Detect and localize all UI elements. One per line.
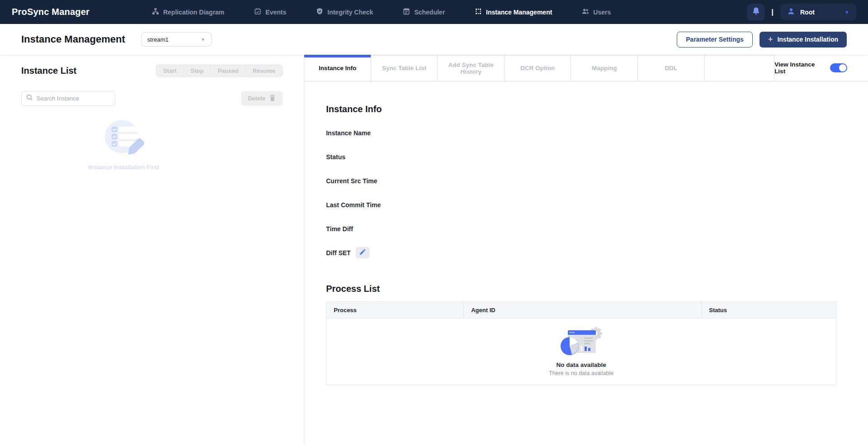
search-instance-field xyxy=(21,91,115,106)
nav-item-replication-diagram[interactable]: Replication Diagram xyxy=(152,8,224,16)
chevron-down-icon: ▼ xyxy=(844,10,849,15)
column-header-status: Status xyxy=(701,302,836,318)
instance-list-title: Instance List xyxy=(21,66,76,76)
column-header-agent-id: Agent ID xyxy=(463,302,701,318)
grid-icon xyxy=(475,8,482,16)
field-time-diff: Time Diff xyxy=(326,223,846,234)
search-icon xyxy=(26,94,33,103)
nav-item-users[interactable]: Users xyxy=(582,8,611,16)
view-instance-list-control: View Instance List xyxy=(774,55,868,81)
tab-mapping[interactable]: Mapping xyxy=(571,55,638,81)
nav-item-label: Integrity Check xyxy=(327,9,373,16)
field-label: Instance Name xyxy=(326,129,371,137)
process-list-table: Process Agent ID Status xyxy=(326,301,836,385)
field-diff-set: Diff SET xyxy=(326,247,846,258)
checklist-pencil-illustration xyxy=(94,153,154,161)
users-icon xyxy=(582,8,589,16)
nav-item-label: Replication Diagram xyxy=(163,9,224,16)
field-status: Status xyxy=(326,151,846,162)
user-name: Root xyxy=(800,9,840,16)
column-header-process: Process xyxy=(326,302,463,318)
process-table-empty-state: No data available There is no data avail… xyxy=(326,319,836,385)
instance-action-group: Start Stop Paused Resume xyxy=(156,65,283,77)
no-data-title: No data available xyxy=(557,361,606,368)
plus-icon: + xyxy=(768,35,773,43)
field-label: Last Commit Time xyxy=(326,201,381,209)
view-instance-list-toggle[interactable] xyxy=(830,63,847,72)
tab-spacer xyxy=(705,55,775,81)
tab-add-sync-table-history[interactable]: Add Sync Table History xyxy=(438,55,505,81)
calendar-check-icon xyxy=(254,8,261,16)
page-title: Instance Management xyxy=(21,33,125,45)
sitemap-icon xyxy=(152,8,159,16)
delete-button[interactable]: Delete xyxy=(241,91,283,106)
paused-button[interactable]: Paused xyxy=(210,65,245,77)
nav-item-label: Instance Management xyxy=(486,9,552,16)
navbar-right: | Root ▼ xyxy=(747,4,856,21)
instance-detail-panel: Instance Info Sync Table List Add Sync T… xyxy=(304,55,868,447)
content-area: Instance List Start Stop Paused Resume D… xyxy=(0,55,868,447)
nav-item-instance-management[interactable]: Instance Management xyxy=(475,8,552,16)
nav-item-integrity-check[interactable]: Integrity Check xyxy=(316,8,373,16)
pencil-icon xyxy=(359,249,366,257)
instance-info-body: Instance Info Instance Name Status Curre… xyxy=(304,81,868,447)
instance-list-panel: Instance List Start Stop Paused Resume D… xyxy=(0,55,304,445)
nav-item-label: Scheduler xyxy=(414,9,445,16)
calendar-icon xyxy=(403,8,410,16)
empty-state-label: Instance Installation First xyxy=(76,164,171,171)
header-actions: Parameter Settings + Instance Installati… xyxy=(677,32,847,48)
stream-select[interactable]: stream1 ▼ xyxy=(141,32,212,47)
resume-button[interactable]: Resume xyxy=(245,65,283,77)
instance-list-empty-state: Instance Installation First xyxy=(76,116,171,171)
field-instance-name: Instance Name xyxy=(326,127,846,138)
chevron-down-icon: ▼ xyxy=(201,37,205,42)
start-button[interactable]: Start xyxy=(156,65,184,77)
nav-item-events[interactable]: Events xyxy=(254,8,286,16)
tab-bar: Instance Info Sync Table List Add Sync T… xyxy=(304,55,868,81)
notifications-button[interactable] xyxy=(747,4,764,21)
top-navbar: ProSync Manager Replication Diagram Even… xyxy=(0,0,868,24)
process-table-header: Process Agent ID Status xyxy=(326,302,836,319)
field-label: Current Src Time xyxy=(326,177,377,185)
field-current-src-time: Current Src Time xyxy=(326,175,846,186)
field-label: Diff SET xyxy=(326,249,350,257)
page-header: Instance Management stream1 ▼ Parameter … xyxy=(0,24,868,55)
view-instance-list-label: View Instance List xyxy=(774,61,824,75)
tab-dcr-option[interactable]: DCR Option xyxy=(505,55,571,81)
stop-button[interactable]: Stop xyxy=(184,65,211,77)
search-instance-input[interactable] xyxy=(37,95,110,102)
tab-instance-info[interactable]: Instance Info xyxy=(304,55,371,81)
field-label: Status xyxy=(326,153,345,161)
stream-select-value: stream1 xyxy=(147,36,201,43)
instance-info-title: Instance Info xyxy=(326,81,846,114)
shield-check-icon xyxy=(316,8,323,16)
diff-set-edit-button[interactable] xyxy=(356,247,370,258)
bell-icon xyxy=(752,7,760,17)
main-nav: Replication Diagram Events Integrity Che… xyxy=(152,8,611,16)
instance-installation-label: Instance Installation xyxy=(777,36,838,43)
user-menu[interactable]: Root ▼ xyxy=(780,4,856,20)
navbar-divider: | xyxy=(771,8,774,17)
user-icon xyxy=(787,7,795,17)
no-data-illustration xyxy=(558,327,605,358)
field-last-commit-time: Last Commit Time xyxy=(326,199,846,210)
tab-sync-table-list[interactable]: Sync Table List xyxy=(371,55,438,81)
app-logo: ProSync Manager xyxy=(12,7,90,17)
delete-button-label: Delete xyxy=(248,95,265,102)
no-data-subtitle: There is no data available xyxy=(549,370,613,376)
field-label: Time Diff xyxy=(326,225,353,233)
trash-icon xyxy=(269,94,276,103)
tab-ddl[interactable]: DDL xyxy=(638,55,705,81)
process-list-title: Process List xyxy=(326,258,846,294)
nav-item-label: Events xyxy=(265,9,286,16)
instance-installation-button[interactable]: + Instance Installation xyxy=(760,32,847,48)
parameter-settings-button[interactable]: Parameter Settings xyxy=(677,32,753,48)
nav-item-label: Users xyxy=(593,9,611,16)
nav-item-scheduler[interactable]: Scheduler xyxy=(403,8,445,16)
